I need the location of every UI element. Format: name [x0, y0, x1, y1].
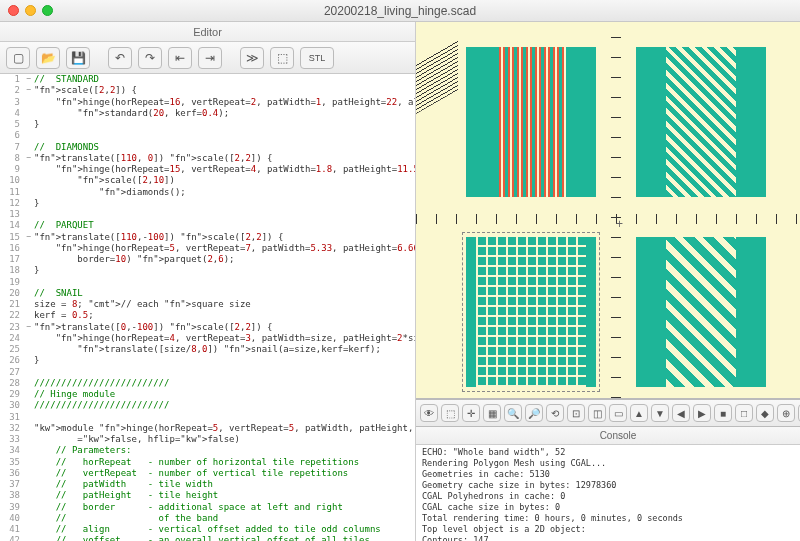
right-button[interactable]: ▶ [693, 404, 711, 422]
view-preview-button[interactable]: 👁 [420, 404, 438, 422]
top-button[interactable]: ▲ [630, 404, 648, 422]
3d-viewport[interactable]: + [416, 22, 800, 399]
fold-toggle[interactable]: − [24, 232, 34, 243]
render-button[interactable]: ⬚ [270, 47, 294, 69]
code-line[interactable]: 2−"fn">scale([2,2]) { [0, 85, 415, 96]
reset-view-button[interactable]: ⟲ [546, 404, 564, 422]
code-line[interactable]: 25 "fn">translate([size/8,0]) "fn">snail… [0, 344, 415, 355]
line-number: 8 [0, 153, 24, 164]
code-line[interactable]: 8−"fn">translate([110, 0]) "fn">scale([2… [0, 153, 415, 164]
view-all-button[interactable]: ⊡ [567, 404, 585, 422]
line-number: 16 [0, 243, 24, 254]
code-line[interactable]: 19 [0, 277, 415, 288]
code-text: border=10) "fn">parquet(2,6); [34, 254, 415, 265]
fold-toggle [24, 344, 34, 355]
code-text: "fn">translate([0,-100]) "fn">scale([2,2… [34, 322, 415, 333]
code-line[interactable]: 31 [0, 412, 415, 423]
code-line[interactable]: 37 // patWidth - tile width [0, 479, 415, 490]
diagonal-button[interactable]: ◆ [756, 404, 774, 422]
code-line[interactable]: 21size = 8; "cmt">// each "fn">square si… [0, 299, 415, 310]
code-text: } [34, 265, 415, 276]
code-line[interactable]: 27 [0, 367, 415, 378]
code-text: // of the band [34, 513, 415, 524]
code-line[interactable]: 22kerf = 0.5; [0, 310, 415, 321]
code-line[interactable]: 42 // voffset - an overall vertical offs… [0, 535, 415, 541]
code-line[interactable]: 32"kw">module "fn">hinge(horRepeat=5, ve… [0, 423, 415, 434]
fold-toggle[interactable]: − [24, 322, 34, 333]
code-line[interactable]: 20// SNAIL [0, 288, 415, 299]
new-file-button[interactable]: ▢ [6, 47, 30, 69]
code-line[interactable]: 36 // vertRepeat - number of vertical ti… [0, 468, 415, 479]
code-text: "fn">translate([110, 0]) "fn">scale([2,2… [34, 153, 415, 164]
code-line[interactable]: 13 [0, 209, 415, 220]
front-button[interactable]: ■ [714, 404, 732, 422]
axis-y-ticks [611, 22, 621, 398]
save-file-button[interactable]: 💾 [66, 47, 90, 69]
code-line[interactable]: 39 // border - additional space at left … [0, 502, 415, 513]
console-output[interactable]: ECHO: "Whole band width", 52Rendering Po… [416, 445, 800, 541]
unindent-button[interactable]: ⇤ [168, 47, 192, 69]
fold-toggle[interactable]: − [24, 153, 34, 164]
code-line[interactable]: 26} [0, 355, 415, 366]
redo-button[interactable]: ↷ [138, 47, 162, 69]
code-line[interactable]: 40 // of the band [0, 513, 415, 524]
view-axes-button[interactable]: ✛ [462, 404, 480, 422]
code-line[interactable]: 41 // align - vertical offset added to t… [0, 524, 415, 535]
console-line: Total rendering time: 0 hours, 0 minutes… [422, 513, 800, 524]
code-line[interactable]: 11 "fn">diamonds(); [0, 187, 415, 198]
bottom-button[interactable]: ▼ [651, 404, 669, 422]
line-number: 1 [0, 74, 24, 85]
left-button[interactable]: ◀ [672, 404, 690, 422]
code-text: "fn">translate([size/8,0]) "fn">snail(a=… [34, 344, 415, 355]
line-number: 10 [0, 175, 24, 186]
center-button[interactable]: ⊕ [777, 404, 795, 422]
indent-button[interactable]: ⇥ [198, 47, 222, 69]
code-line[interactable]: 16 "fn">hinge(horRepeat=5, vertRepeat=7,… [0, 243, 415, 254]
undo-button[interactable]: ↶ [108, 47, 132, 69]
line-number: 2 [0, 85, 24, 96]
fold-toggle [24, 130, 34, 141]
export-stl-button[interactable]: STL [300, 47, 334, 69]
perspective-button[interactable]: ◫ [588, 404, 606, 422]
preview-button[interactable]: ≫ [240, 47, 264, 69]
code-line[interactable]: 33 ="kw">false, hflip="kw">false) [0, 434, 415, 445]
fold-toggle [24, 378, 34, 389]
code-line[interactable]: 29// Hinge module [0, 389, 415, 400]
view-edges-button[interactable]: ▦ [483, 404, 501, 422]
fold-toggle[interactable]: − [24, 74, 34, 85]
line-number: 3 [0, 97, 24, 108]
code-line[interactable]: 28///////////////////////// [0, 378, 415, 389]
code-line[interactable]: 17 border=10) "fn">parquet(2,6); [0, 254, 415, 265]
orthogonal-button[interactable]: ▭ [609, 404, 627, 422]
code-line[interactable]: 23−"fn">translate([0,-100]) "fn">scale([… [0, 322, 415, 333]
fold-toggle [24, 108, 34, 119]
code-line[interactable]: 3 "fn">hinge(horRepeat=16, vertRepeat=2,… [0, 97, 415, 108]
code-line[interactable]: 5} [0, 119, 415, 130]
open-file-button[interactable]: 📂 [36, 47, 60, 69]
code-line[interactable]: 4 "fn">standard(20, kerf=0.4); [0, 108, 415, 119]
fold-toggle [24, 490, 34, 501]
code-line[interactable]: 6 [0, 130, 415, 141]
code-line[interactable]: 15−"fn">translate([110,-100]) "fn">scale… [0, 232, 415, 243]
code-line[interactable]: 30///////////////////////// [0, 400, 415, 411]
code-line[interactable]: 7// DIAMONDS [0, 142, 415, 153]
line-number: 32 [0, 423, 24, 434]
code-editor[interactable]: 1−// STANDARD2−"fn">scale([2,2]) {3 "fn"… [0, 74, 415, 541]
zoom-out-button[interactable]: 🔎 [525, 404, 543, 422]
code-line[interactable]: 34 // Parameters: [0, 445, 415, 456]
code-text: // Hinge module [34, 389, 415, 400]
code-line[interactable]: 12} [0, 198, 415, 209]
code-line[interactable]: 18} [0, 265, 415, 276]
code-line[interactable]: 24 "fn">hinge(horRepeat=4, vertRepeat=3,… [0, 333, 415, 344]
code-line[interactable]: 14// PARQUET [0, 220, 415, 231]
code-text [34, 130, 415, 141]
zoom-in-button[interactable]: 🔍 [504, 404, 522, 422]
view-render-button[interactable]: ⬚ [441, 404, 459, 422]
code-line[interactable]: 38 // patHeight - tile height [0, 490, 415, 501]
back-button[interactable]: □ [735, 404, 753, 422]
fold-toggle[interactable]: − [24, 85, 34, 96]
code-line[interactable]: 35 // horRepeat - number of horizontal t… [0, 457, 415, 468]
code-line[interactable]: 1−// STANDARD [0, 74, 415, 85]
code-line[interactable]: 9 "fn">hinge(horRepeat=15, vertRepeat=4,… [0, 164, 415, 175]
code-line[interactable]: 10 "fn">scale([2,10]) [0, 175, 415, 186]
